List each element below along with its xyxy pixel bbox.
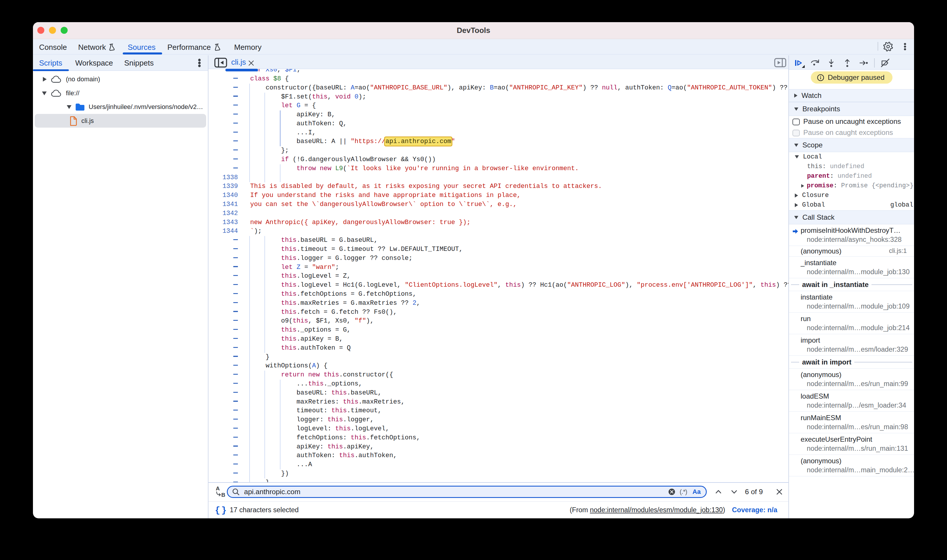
svg-text:A: A bbox=[216, 485, 220, 492]
svg-text:}: } bbox=[221, 506, 227, 515]
svg-text:{: { bbox=[215, 506, 220, 515]
svg-text:B: B bbox=[221, 492, 225, 498]
